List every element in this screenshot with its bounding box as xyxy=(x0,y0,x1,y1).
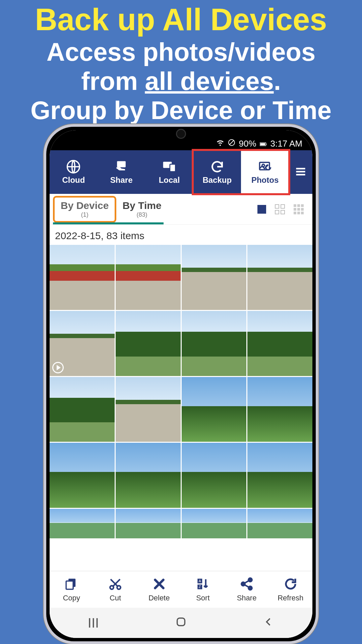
photo-thumbnail[interactable] xyxy=(182,509,247,538)
photo-thumbnail[interactable] xyxy=(50,443,115,508)
svg-point-27 xyxy=(241,582,245,586)
tab-backup[interactable]: Backup xyxy=(193,150,241,194)
nav-back-icon[interactable] xyxy=(263,615,274,631)
svg-point-28 xyxy=(248,586,252,590)
photo-thumbnail[interactable] xyxy=(116,509,181,538)
section-title: 2022-8-15, 83 items xyxy=(50,225,312,245)
filter-by-time[interactable]: By Time (83) xyxy=(116,196,167,223)
svg-rect-3 xyxy=(260,143,265,145)
action-cut-label: Cut xyxy=(110,594,121,602)
action-copy-label: Copy xyxy=(63,594,80,602)
hamburger-menu-button[interactable] xyxy=(289,150,312,194)
photo-thumbnail[interactable] xyxy=(50,509,115,538)
view-mode-icons xyxy=(257,204,309,214)
action-delete-label: Delete xyxy=(148,594,170,602)
svg-rect-31 xyxy=(177,618,185,626)
view-grid2-icon[interactable] xyxy=(275,204,285,214)
promo-line1b-suffix: . xyxy=(274,67,281,95)
photo-thumbnail[interactable] xyxy=(182,443,247,508)
photo-thumbnail[interactable] xyxy=(50,245,115,310)
status-time: 3:17 AM xyxy=(270,139,302,149)
svg-text:A: A xyxy=(199,579,201,583)
scissors-icon xyxy=(108,577,122,593)
filter-by-time-label: By Time xyxy=(122,200,161,211)
sort-icon: AZ xyxy=(196,577,210,593)
top-toolbar: Cloud Share Local Backup xyxy=(50,150,312,194)
view-single-icon[interactable] xyxy=(257,205,266,214)
svg-point-26 xyxy=(248,578,252,582)
photo-thumbnail[interactable] xyxy=(116,377,181,442)
action-share[interactable]: Share xyxy=(225,571,269,608)
photo-thumbnail[interactable] xyxy=(247,443,312,508)
sync-icon xyxy=(210,159,225,174)
photo-thumbnail[interactable] xyxy=(182,377,247,442)
promo-line1b-underline: all devices xyxy=(145,67,274,95)
action-sort-label: Sort xyxy=(196,594,209,602)
photo-grid xyxy=(50,245,312,538)
tab-local-label: Local xyxy=(159,175,180,185)
play-icon xyxy=(52,362,64,373)
tab-cloud[interactable]: Cloud xyxy=(50,150,98,194)
filter-row: By Device (1) By Time (83) xyxy=(50,194,312,225)
tab-backup-label: Backup xyxy=(202,175,232,185)
svg-text:Z: Z xyxy=(199,585,201,589)
phone-camera-notch xyxy=(176,129,186,139)
do-not-disturb-icon xyxy=(228,139,236,149)
svg-line-29 xyxy=(245,581,249,583)
photo-thumbnail[interactable] xyxy=(247,245,312,310)
battery-icon xyxy=(260,139,267,149)
tab-photos-label: Photos xyxy=(251,175,279,185)
action-cut[interactable]: Cut xyxy=(94,571,137,608)
copy-icon xyxy=(64,577,78,593)
bottom-action-bar: Copy Cut Delete AZ Sort Share Refresh xyxy=(50,571,312,608)
tab-share[interactable]: Share xyxy=(98,150,145,194)
photo-thumbnail[interactable] xyxy=(182,245,247,310)
wifi-icon xyxy=(216,139,224,149)
photo-thumbnail[interactable] xyxy=(116,443,181,508)
battery-percent: 90% xyxy=(239,139,256,149)
photo-thumbnail[interactable] xyxy=(50,377,115,442)
promo-subtitle: Access photos/videos from all devices. G… xyxy=(7,37,355,125)
action-refresh-label: Refresh xyxy=(278,594,303,602)
share-icon xyxy=(240,577,254,593)
action-delete[interactable]: Delete xyxy=(137,571,181,608)
svg-rect-11 xyxy=(296,168,305,170)
tab-photos[interactable]: Photos xyxy=(241,150,289,194)
filter-by-time-count: (83) xyxy=(137,211,147,218)
action-refresh[interactable]: Refresh xyxy=(268,571,312,608)
delete-icon xyxy=(152,577,166,593)
svg-rect-4 xyxy=(266,144,266,145)
active-underline xyxy=(53,222,164,224)
nav-home-icon[interactable] xyxy=(175,615,187,631)
svg-rect-12 xyxy=(296,171,305,173)
svg-line-1 xyxy=(229,140,234,145)
filter-by-device-label: By Device xyxy=(61,200,109,211)
photo-thumbnail[interactable] xyxy=(182,311,247,376)
svg-line-30 xyxy=(245,585,249,587)
nav-recents-icon[interactable]: III xyxy=(88,615,99,631)
svg-rect-13 xyxy=(296,174,305,176)
tab-local[interactable]: Local xyxy=(145,150,193,194)
photos-icon xyxy=(258,159,273,174)
svg-rect-8 xyxy=(170,164,175,172)
view-grid3-icon[interactable] xyxy=(294,204,304,214)
filter-by-device-count: (1) xyxy=(81,211,88,218)
devices-icon xyxy=(162,159,177,174)
promo-header: Back up All Devices Access photos/videos… xyxy=(0,0,362,125)
photo-thumbnail[interactable] xyxy=(247,509,312,538)
video-thumbnail[interactable] xyxy=(50,311,115,376)
promo-line1b-prefix: from xyxy=(81,67,145,95)
phone-frame: 90% 3:17 AM Cloud Share xyxy=(44,124,318,644)
globe-icon xyxy=(66,159,81,174)
photo-thumbnail[interactable] xyxy=(116,245,181,310)
promo-title: Back up All Devices xyxy=(7,3,355,36)
photo-thumbnail[interactable] xyxy=(116,311,181,376)
photo-thumbnail[interactable] xyxy=(247,311,312,376)
refresh-icon xyxy=(284,577,298,593)
photo-thumbnail[interactable] xyxy=(247,377,312,442)
action-sort[interactable]: AZ Sort xyxy=(181,571,225,608)
phone-screen: 90% 3:17 AM Cloud Share xyxy=(50,130,312,638)
tab-share-label: Share xyxy=(110,175,133,185)
filter-by-device[interactable]: By Device (1) xyxy=(53,196,116,223)
action-copy[interactable]: Copy xyxy=(50,571,94,608)
